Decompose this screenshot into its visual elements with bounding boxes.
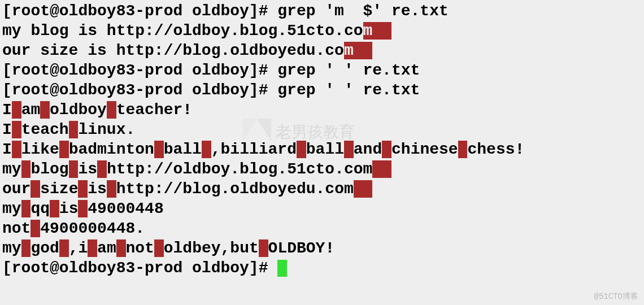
shell-prompt: [root@oldboy83-prod oldboy]#: [2, 62, 277, 79]
text: like: [21, 141, 59, 158]
text: badminton: [69, 141, 154, 158]
prompt-line-1: [root@oldboy83-prod oldboy]# grep 'm $' …: [2, 1, 642, 21]
prompt-line-2: [root@oldboy83-prod oldboy]# grep ' ' re…: [2, 60, 642, 80]
grep-match: [21, 160, 31, 178]
text: I: [2, 141, 12, 158]
text: ,i: [69, 239, 88, 257]
text: am: [97, 239, 116, 257]
grep-match: [259, 239, 268, 257]
grep-match: m: [344, 42, 372, 59]
text: oldbey,but: [164, 239, 259, 257]
grep-match: [69, 121, 79, 138]
grep-match: [202, 141, 211, 158]
prompt-line-3: [root@oldboy83-prod oldboy]# grep ' ' re…: [2, 80, 642, 100]
grep-match: [382, 141, 391, 158]
text: our: [2, 180, 31, 198]
text: OLDBOY!: [268, 239, 335, 257]
text: and: [354, 141, 382, 158]
shell-prompt: [root@oldboy83-prod oldboy]#: [2, 259, 277, 277]
grep-match: [59, 239, 69, 257]
text: qq: [31, 200, 50, 217]
grep-match: [78, 200, 88, 217]
text: god: [31, 239, 59, 257]
grep-match: [69, 160, 79, 178]
text: http://blog.oldboyedu.com: [116, 180, 354, 198]
grep-match: [88, 239, 97, 257]
shell-prompt: [root@oldboy83-prod oldboy]#: [2, 2, 277, 20]
output-line: my qq is 49000448: [2, 199, 642, 219]
text: ,billiard: [211, 141, 297, 158]
text: oldboy: [50, 101, 107, 119]
output-line: I teach linux.: [2, 120, 642, 140]
output-line: our size is http://blog.oldboyedu.com: [2, 41, 642, 60]
credit-text: @51CTO博客: [594, 292, 638, 302]
grep-match: [12, 141, 21, 158]
grep-match: [40, 101, 50, 119]
text: 4900000448.: [40, 220, 145, 237]
text: teacher!: [116, 101, 192, 119]
shell-prompt: [root@oldboy83-prod oldboy]#: [2, 81, 277, 99]
grep-match: [354, 180, 373, 198]
text: is: [78, 160, 97, 178]
grep-match: [116, 239, 126, 257]
text: blog: [31, 160, 68, 178]
text: our size is http://blog.oldboyedu.co: [2, 42, 344, 59]
grep-match: [107, 101, 116, 119]
output-line: my god ,i am not oldbey,but OLDBOY!: [2, 238, 642, 258]
grep-match: m: [363, 22, 391, 40]
terminal-output: [root@oldboy83-prod oldboy]# grep 'm $' …: [2, 1, 642, 278]
grep-match: [31, 180, 40, 198]
text: http://oldboy.blog.51cto.com: [107, 160, 372, 178]
grep-match: [297, 141, 306, 158]
text: my blog is http://oldboy.blog.51cto.co: [2, 22, 363, 40]
text: 49000448: [88, 200, 163, 217]
text: is: [59, 200, 79, 217]
text: chinese: [391, 141, 458, 158]
grep-match: [31, 220, 40, 237]
grep-match: [344, 141, 354, 158]
text: size: [40, 180, 78, 198]
output-line: I am oldboy teacher!: [2, 100, 642, 120]
output-line: our size is http://blog.oldboyedu.com: [2, 179, 642, 199]
grep-match: [97, 160, 107, 178]
grep-match: [154, 141, 164, 158]
grep-match: [21, 200, 31, 217]
grep-match: [59, 141, 69, 158]
text: teach: [21, 121, 69, 138]
output-line: I like badminton ball ,billiard ball and…: [2, 140, 642, 159]
output-line: my blog is http://oldboy.blog.51cto.com: [2, 21, 642, 41]
grep-match: [154, 239, 164, 257]
grep-match: [21, 239, 31, 257]
command-text: grep 'm $' re.txt: [277, 2, 448, 20]
text: not: [2, 220, 31, 237]
text: my: [2, 160, 21, 178]
text: my: [2, 239, 21, 257]
output-line: not 4900000448.: [2, 219, 642, 238]
text: my: [2, 200, 21, 217]
grep-match: [50, 200, 59, 217]
text: ball: [306, 141, 344, 158]
grep-match: [12, 101, 21, 119]
cursor-icon: [277, 260, 287, 277]
grep-match: [107, 180, 116, 198]
text: ball: [164, 141, 202, 158]
grep-match: [458, 141, 468, 158]
text: I: [2, 121, 12, 138]
text: chess!: [467, 141, 524, 158]
text: linux.: [78, 121, 135, 138]
text: is: [88, 180, 107, 198]
grep-match: [12, 121, 21, 138]
text: am: [21, 101, 41, 119]
output-line: my blog is http://oldboy.blog.51cto.com: [2, 159, 642, 179]
prompt-line-current[interactable]: [root@oldboy83-prod oldboy]#: [2, 258, 642, 278]
text: not: [126, 239, 154, 257]
command-text: grep ' ' re.txt: [277, 81, 420, 99]
command-text: grep ' ' re.txt: [277, 62, 420, 79]
grep-match: [372, 160, 391, 178]
grep-match: [78, 180, 88, 198]
text: I: [2, 101, 12, 119]
